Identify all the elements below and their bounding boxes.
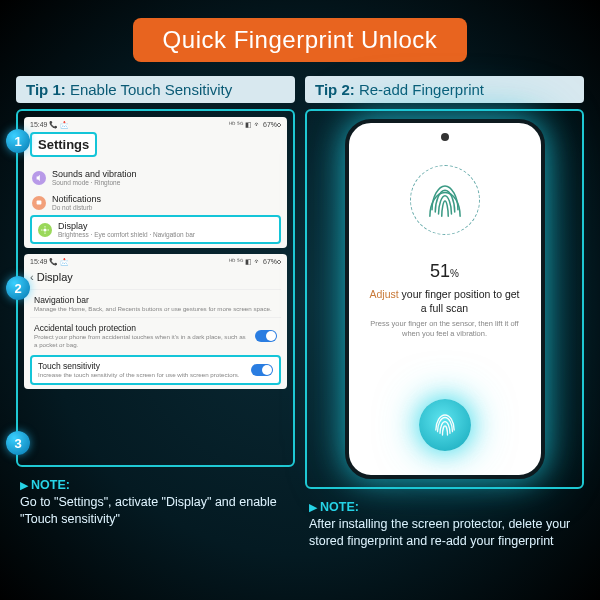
- tip2-column: Tip 2: Re-add Fingerprint: [305, 76, 584, 550]
- tip1-column: Tip 1: Enable Touch Sensitivity 1 2 3 15…: [16, 76, 295, 550]
- display-header: Display: [30, 269, 281, 287]
- step-bubble-3: 3: [6, 431, 30, 455]
- toggle-accidental-touch[interactable]: [255, 330, 277, 342]
- title-banner: Quick Fingerprint Unlock: [133, 18, 468, 62]
- note-1: NOTE: Go to "Settings", activate "Displa…: [16, 477, 295, 528]
- fingerprint-sensor-button[interactable]: [419, 399, 471, 451]
- fingerprint-scan-graphic: [410, 165, 480, 235]
- step-bubble-2: 2: [6, 276, 30, 300]
- opt-navbar: Navigation bar Manage the Home, Back, an…: [30, 292, 281, 315]
- svg-rect-0: [37, 200, 42, 204]
- scan-percent: 51%: [430, 261, 459, 282]
- notifications-icon: [32, 196, 46, 210]
- tip1-panel: 1 2 3 15:49 📞 📩 ᴴᴰ ⁵ᴳ ◧ ᯤ 67%▢ Settings …: [16, 109, 295, 467]
- toggle-touch-sensitivity[interactable]: [251, 364, 273, 376]
- note-2: NOTE: After installing the screen protec…: [305, 499, 584, 550]
- display-icon: [38, 223, 52, 237]
- screenshot-settings: 15:49 📞 📩 ᴴᴰ ⁵ᴳ ◧ ᯤ 67%▢ Settings Sounds…: [24, 117, 287, 248]
- tip2-panel: 51% Adjust your finger position to get a…: [305, 109, 584, 489]
- row-display-highlight: DisplayBrightness · Eye comfort shield ·…: [30, 215, 281, 244]
- tip1-header: Tip 1: Enable Touch Sensitivity: [16, 76, 295, 103]
- svg-point-1: [43, 228, 46, 231]
- step-bubble-1: 1: [6, 129, 30, 153]
- screenshot-display: 15:49 📞 📩 ᴴᴰ ⁵ᴳ ◧ ᯤ 67%▢ Display Navigat…: [24, 254, 287, 389]
- press-instruction: Press your finger on the sensor, then li…: [367, 319, 523, 339]
- adjust-text: Adjust your finger position to get a ful…: [367, 288, 523, 315]
- sounds-icon: [32, 171, 46, 185]
- row-sounds: Sounds and vibrationSound mode · Rington…: [30, 165, 281, 190]
- opt-touch-sensitivity-highlight: Touch sensitivity Increase the touch sen…: [30, 355, 281, 384]
- phone-mockup: 51% Adjust your finger position to get a…: [345, 119, 545, 479]
- opt-accidental-touch: Accidental touch protection Protect your…: [30, 320, 281, 351]
- tip2-header: Tip 2: Re-add Fingerprint: [305, 76, 584, 103]
- settings-label: Settings: [38, 137, 89, 152]
- row-notifications: NotificationsDo not disturb: [30, 190, 281, 215]
- phone-camera-notch: [441, 133, 449, 141]
